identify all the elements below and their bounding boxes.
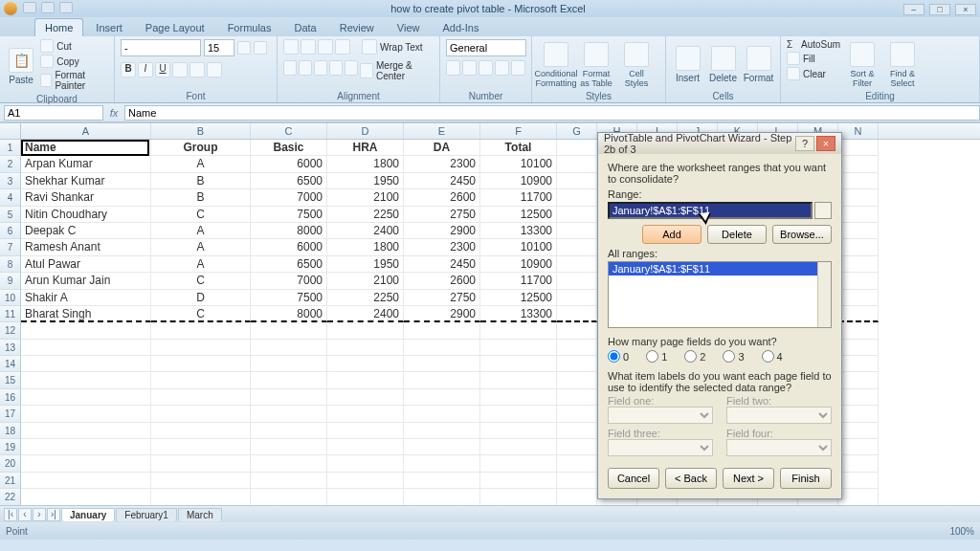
tab-formulas[interactable]: Formulas (217, 18, 282, 36)
indent-dec-icon[interactable] (329, 60, 343, 76)
merge-center-button[interactable]: Merge & Center (360, 60, 434, 81)
cell[interactable] (480, 340, 557, 356)
maximize-button[interactable]: □ (929, 4, 950, 15)
cell[interactable]: 2450 (404, 173, 480, 189)
cell[interactable] (151, 423, 251, 439)
cell[interactable]: 2600 (404, 189, 480, 206)
next-button[interactable]: Next > (723, 468, 774, 489)
cell[interactable] (838, 173, 879, 189)
format-cells-button[interactable]: Format (743, 39, 774, 90)
cell[interactable] (838, 156, 879, 172)
cell[interactable] (151, 356, 251, 372)
inc-decimal-icon[interactable] (495, 60, 509, 76)
align-left-icon[interactable] (283, 60, 297, 76)
range-picker-icon[interactable] (814, 202, 832, 219)
cell[interactable] (557, 473, 597, 489)
cell[interactable] (21, 406, 151, 422)
cell[interactable] (838, 273, 879, 289)
cell[interactable]: 2100 (327, 189, 404, 206)
sheet-tab-march[interactable]: March (178, 508, 222, 521)
fill-color-button[interactable] (189, 62, 205, 77)
cell[interactable]: 13300 (480, 223, 557, 239)
row-header[interactable]: 19 (0, 439, 21, 455)
italic-button[interactable]: I (138, 62, 153, 77)
cell[interactable]: 10900 (480, 256, 557, 273)
cell[interactable] (404, 423, 480, 439)
cell[interactable] (404, 340, 480, 356)
cell[interactable] (557, 423, 597, 439)
cell[interactable]: 2250 (327, 290, 404, 306)
cell[interactable] (480, 423, 557, 439)
cell[interactable]: A (151, 256, 251, 273)
cell[interactable]: 7500 (251, 290, 327, 306)
cell[interactable]: 11700 (480, 273, 557, 289)
indent-inc-icon[interactable] (345, 60, 358, 76)
row-header[interactable]: 7 (0, 239, 21, 255)
cell[interactable]: 2600 (404, 273, 480, 289)
cell[interactable] (557, 140, 597, 156)
cell[interactable] (151, 322, 251, 339)
fx-icon[interactable]: fx (103, 107, 124, 119)
row-header[interactable]: 20 (0, 455, 21, 472)
cell[interactable] (404, 473, 480, 489)
align-top-icon[interactable] (283, 39, 299, 55)
border-button[interactable] (172, 62, 188, 77)
cell[interactable] (480, 372, 557, 388)
cell[interactable]: B (151, 173, 251, 189)
cell[interactable] (21, 455, 151, 472)
cell[interactable] (251, 356, 327, 372)
cell[interactable]: 2100 (327, 273, 404, 289)
find-select-button[interactable]: Find & Select (884, 39, 921, 90)
cell[interactable] (838, 207, 879, 223)
cell[interactable] (557, 406, 597, 422)
cell[interactable] (21, 356, 151, 372)
conditional-formatting-button[interactable]: Conditional Formatting (538, 39, 574, 90)
row-header[interactable]: 13 (0, 340, 21, 356)
cell[interactable]: 2400 (327, 223, 404, 239)
cell[interactable]: C (151, 273, 251, 289)
col-header-D[interactable]: D (327, 123, 404, 139)
cell[interactable] (327, 489, 404, 505)
dialog-titlebar[interactable]: PivotTable and PivotChart Wizard - Step … (598, 133, 841, 154)
row-header[interactable]: 1 (0, 140, 21, 156)
cell[interactable]: Arpan Kumar (21, 156, 151, 172)
cell[interactable] (251, 455, 327, 472)
row-header[interactable]: 5 (0, 207, 21, 223)
cell[interactable] (151, 439, 251, 455)
cell[interactable]: 1950 (327, 173, 404, 189)
dialog-help-button[interactable]: ? (795, 136, 814, 151)
cell[interactable] (838, 439, 879, 455)
row-header[interactable]: 11 (0, 306, 21, 322)
cell[interactable]: A (151, 223, 251, 239)
cell[interactable] (151, 389, 251, 406)
font-color-button[interactable] (207, 62, 222, 77)
grow-font-icon[interactable] (237, 41, 251, 55)
delete-cells-button[interactable]: Delete (707, 39, 739, 90)
cell[interactable] (480, 489, 557, 505)
col-header-C[interactable]: C (251, 123, 327, 139)
shrink-font-icon[interactable] (254, 41, 267, 55)
cell[interactable]: A (151, 239, 251, 255)
cell[interactable] (404, 439, 480, 455)
percent-icon[interactable] (462, 60, 477, 76)
cut-button[interactable]: Cut (40, 39, 108, 53)
cell[interactable] (838, 256, 879, 273)
cell[interactable]: Name (21, 140, 151, 156)
tab-addins[interactable]: Add-Ins (432, 18, 489, 36)
cell[interactable] (838, 356, 879, 372)
cell[interactable] (251, 322, 327, 339)
cell[interactable] (404, 406, 480, 422)
cell[interactable] (557, 256, 597, 273)
cell[interactable] (251, 473, 327, 489)
qat-redo-icon[interactable] (59, 2, 73, 13)
cell[interactable] (251, 439, 327, 455)
cell[interactable] (327, 356, 404, 372)
cell[interactable] (21, 340, 151, 356)
cell[interactable] (557, 189, 597, 206)
row-header[interactable]: 9 (0, 273, 21, 289)
cell[interactable] (151, 473, 251, 489)
cell[interactable] (151, 406, 251, 422)
cell[interactable] (151, 372, 251, 388)
cell[interactable] (838, 455, 879, 472)
cell[interactable]: Basic (251, 140, 327, 156)
